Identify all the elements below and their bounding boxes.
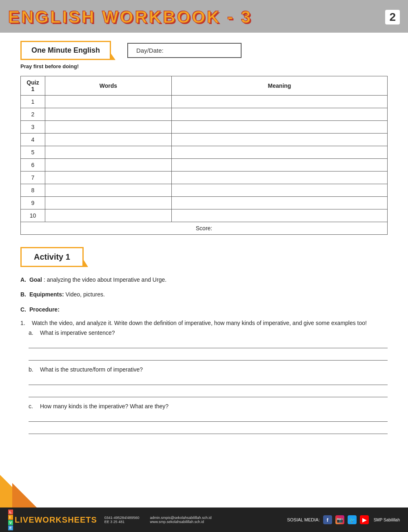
question-item: c. How many kinds is the imperative? Wha… (29, 403, 388, 434)
table-row: 5 (21, 146, 388, 159)
youtube-icon: ▶ (360, 515, 369, 524)
procedure-text: Watch the video, and analyze it. Write d… (32, 320, 367, 326)
quiz-row-meaning (172, 209, 388, 222)
quiz-row-meaning (172, 121, 388, 134)
quiz-row-meaning (172, 159, 388, 171)
quiz-row-meaning (172, 96, 388, 108)
logo-l: L (8, 510, 13, 514)
quiz-row-words (45, 108, 172, 121)
answer-line-2[interactable] (29, 388, 388, 397)
quiz-row-meaning (172, 134, 388, 146)
header-title: ENGLISH WORKBOOK - 3 (8, 7, 252, 27)
quiz-row-words (45, 197, 172, 209)
activity-a-label: A. (20, 276, 26, 283)
twitter-icon: 🐦 (348, 515, 357, 524)
answer-line-1[interactable] (29, 376, 388, 385)
quiz-row-num: 7 (21, 171, 45, 184)
table-row: 3 (21, 121, 388, 134)
content-area: One Minute English Day/Date: Pray first … (0, 33, 408, 448)
activity-b-label: B. (20, 291, 26, 298)
procedure-item-1: 1. Watch the video, and analyze it. Writ… (20, 320, 388, 326)
facebook-icon: f (323, 515, 332, 524)
section-header-row: One Minute English Day/Date: (20, 41, 388, 60)
quiz-row-words (45, 171, 172, 184)
answer-line-2[interactable] (29, 425, 388, 434)
footer-phone1: 0341-495284/489560 (104, 516, 140, 520)
quiz-row-num: 2 (21, 108, 45, 121)
question-label: c. (29, 403, 37, 410)
table-row: 4 (21, 134, 388, 146)
activity-b-text: Video, pictures. (66, 291, 105, 298)
quiz-col-header-1: Quiz 1 (21, 76, 45, 96)
question-label: b. (29, 366, 37, 373)
logo-i: I (8, 515, 13, 520)
quiz-row-meaning (172, 171, 388, 184)
question-label: a. (29, 329, 37, 336)
quiz-table: Quiz 1 Words Meaning 1 2 3 4 5 (20, 76, 388, 235)
question-text: What is imperative sentence? (40, 329, 115, 336)
footer-logo-letters: L I V E (8, 510, 13, 530)
activity-equipments: B. Equipments: Video, pictures. (20, 290, 388, 299)
social-label: SOSIAL MEDIA: (287, 517, 319, 522)
quiz-row-num: 3 (21, 121, 45, 134)
quiz-col-header-3: Meaning (172, 76, 388, 96)
quiz-row-words (45, 134, 172, 146)
table-row: 2 (21, 108, 388, 121)
quiz-row-num: 9 (21, 197, 45, 209)
activity-a-bold: Goal (29, 276, 42, 283)
quiz-row-words (45, 184, 172, 197)
quiz-row-num: 4 (21, 134, 45, 146)
quiz-row-num: 8 (21, 184, 45, 197)
activity-b-bold: Equipments: (29, 291, 64, 298)
header: ENGLISH WORKBOOK - 3 2 (0, 0, 408, 33)
activity-title: Activity 1 (34, 252, 70, 261)
logo-e: E (8, 525, 13, 530)
footer-contact: 0341-495284/489560 EE 3 25 481 (104, 516, 140, 524)
quiz-row-words (45, 209, 172, 222)
daydate-label: Day/Date: (136, 47, 164, 54)
instagram-icon: 📷 (335, 515, 344, 524)
quiz-row-num: 10 (21, 209, 45, 222)
footer-logo: L I V E LIVEWORKSHEETS (8, 510, 97, 530)
quiz-row-num: 5 (21, 146, 45, 159)
table-row: 8 (21, 184, 388, 197)
page-number: 2 (385, 10, 400, 24)
footer-website: www.smp.sekolahsabilillah.sch.id (150, 520, 211, 524)
footer-web-info: admin.smpis@sekolahsabilillah.sch.id www… (150, 516, 211, 524)
footer-brand: LIVEWORKSHEETS (15, 515, 97, 525)
answer-line-2[interactable] (29, 352, 388, 361)
table-row: 7 (21, 171, 388, 184)
table-row: 6 (21, 159, 388, 171)
question-text: What is the structure/form of imperative… (40, 366, 143, 373)
school-name: SMP Sabilillah (374, 518, 400, 522)
quiz-row-words (45, 121, 172, 134)
quiz-row-words (45, 146, 172, 159)
table-row: 9 (21, 197, 388, 209)
footer-phone2: EE 3 25 481 (104, 520, 140, 524)
quiz-row-words (45, 159, 172, 171)
activity-c-label: C. (20, 306, 26, 313)
footer-email: admin.smpis@sekolahsabilillah.sch.id (150, 516, 211, 520)
quiz-row-words (45, 96, 172, 108)
question-item: b. What is the structure/form of imperat… (29, 366, 388, 397)
activity-c-bold: Procedure: (29, 306, 60, 313)
corner-decoration-bottom-left-2 (12, 483, 37, 508)
quiz-row-num: 1 (21, 96, 45, 108)
ome-label: One Minute English (31, 46, 100, 54)
quiz-row-meaning (172, 184, 388, 197)
answer-line-1[interactable] (29, 339, 388, 348)
score-label: Score: (21, 222, 388, 235)
table-row: 1 (21, 96, 388, 108)
answer-line-1[interactable] (29, 413, 388, 422)
quiz-row-meaning (172, 197, 388, 209)
quiz-row-meaning (172, 108, 388, 121)
table-row: 10 (21, 209, 388, 222)
activity-title-box: Activity 1 (20, 247, 84, 267)
quiz-row-num: 6 (21, 159, 45, 171)
logo-v: V (8, 520, 13, 525)
daydate-box: Day/Date: (127, 43, 242, 58)
activity-goal: A. Goal : analyzing the video about Impe… (20, 275, 388, 284)
activity-a-text: : analyzing the video about Imperative a… (44, 276, 166, 283)
procedure-num: 1. (20, 320, 29, 326)
score-row: Score: (21, 222, 388, 235)
